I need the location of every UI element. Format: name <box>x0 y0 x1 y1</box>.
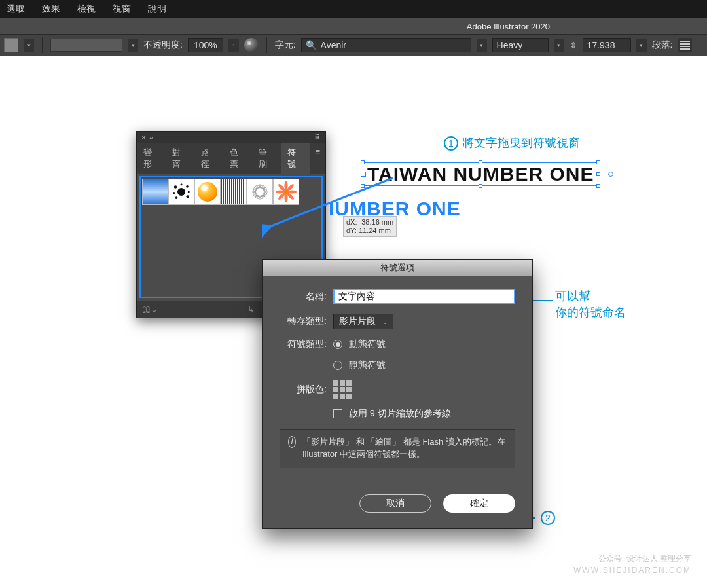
control-bar: ▾ ▾ 不透明度: 100% › 字元: 🔍 Avenir ▾ Heavy ▾ … <box>0 34 707 56</box>
opacity-value[interactable]: 100% <box>188 38 223 52</box>
paragraph-panel-button[interactable] <box>678 38 692 52</box>
app-title-bar: Adobe Illustrator 2020 <box>0 18 707 34</box>
font-size-field[interactable]: 17.938 <box>583 38 631 52</box>
selection-handle[interactable] <box>361 160 365 164</box>
font-family-value: Avenir <box>321 40 346 50</box>
annotation-name-help-l2: 你的符號命名 <box>555 304 626 321</box>
cancel-button[interactable]: 取消 <box>359 494 431 513</box>
grip-icon[interactable]: ⠿ <box>314 133 321 142</box>
selected-text-object[interactable]: TAIWAN NUMBER ONE <box>363 162 598 186</box>
svg-point-17 <box>276 190 285 193</box>
panel-menu-icon[interactable]: ≡ <box>310 143 325 174</box>
stroke-dropdown[interactable]: ▾ <box>128 39 138 52</box>
font-size-stepper-icon[interactable]: ⇕ <box>570 40 577 50</box>
menu-effect[interactable]: 效果 <box>42 3 60 15</box>
symbol-thumb-gradient[interactable] <box>142 179 168 205</box>
svg-point-5 <box>181 183 183 185</box>
font-size-dropdown[interactable]: ▾ <box>636 39 647 52</box>
panel-tabs: 變形 對齊 路徑 色票 筆刷 符號 ≡ <box>137 143 325 174</box>
svg-point-12 <box>253 183 267 200</box>
stroke-swatch[interactable] <box>50 39 122 52</box>
tab-symbols[interactable]: 符號 <box>281 143 310 174</box>
export-type-select[interactable]: 影片片段 ⌄ <box>333 314 393 329</box>
annotation-name-help-l1: 可以幫 <box>555 288 626 304</box>
symbol-thumb-ring[interactable] <box>247 179 273 205</box>
selected-text-value: TAIWAN NUMBER ONE <box>367 163 594 185</box>
annotation-step-1: 1將文字拖曳到符號視窗 <box>444 135 580 151</box>
search-icon: 🔍 <box>306 40 317 50</box>
paragraph-label: 段落: <box>652 39 673 51</box>
drag-dy-value: dY: 11.24 mm <box>346 227 393 235</box>
export-type-value: 影片片段 <box>339 316 376 327</box>
radio-static[interactable] <box>333 361 342 370</box>
svg-point-3 <box>175 196 178 199</box>
selection-handle[interactable] <box>596 172 600 176</box>
export-type-label: 轉存類型: <box>280 316 327 327</box>
tab-brushes[interactable]: 筆刷 <box>252 143 281 174</box>
collapse-icon[interactable]: « <box>149 134 153 141</box>
credit-line-1: 公众号: 设计达人 整理分享 <box>573 553 691 564</box>
svg-point-1 <box>174 185 177 189</box>
step-1-badge: 1 <box>444 136 458 151</box>
dialog-title[interactable]: 符號選項 <box>263 260 532 276</box>
character-label: 字元: <box>275 39 296 51</box>
menu-help[interactable]: 說明 <box>148 3 166 15</box>
slice-checkbox-label[interactable]: 啟用 9 切片縮放的參考線 <box>349 408 451 420</box>
opacity-label: 不透明度: <box>143 39 183 51</box>
slice-checkbox[interactable] <box>333 409 342 418</box>
selection-handle[interactable] <box>361 184 365 188</box>
registration-label: 拼版色: <box>280 384 327 395</box>
place-symbol-icon[interactable]: ↳ <box>247 304 255 314</box>
selection-handle[interactable] <box>479 184 482 188</box>
menu-view[interactable]: 檢視 <box>77 3 96 15</box>
menu-bar: 選取 效果 檢視 視窗 說明 <box>0 0 707 18</box>
symbol-thumb-orb[interactable] <box>194 179 221 205</box>
svg-point-15 <box>284 181 287 191</box>
panel-header[interactable]: ✕ « ⠿ <box>137 132 325 143</box>
selection-handle[interactable] <box>596 184 600 188</box>
graphic-styles-icon[interactable] <box>244 38 259 52</box>
close-icon[interactable]: ✕ <box>141 134 147 142</box>
svg-point-2 <box>186 185 189 188</box>
symbol-type-label: 符號類型: <box>280 339 327 350</box>
fill-dropdown[interactable]: ▾ <box>24 39 34 52</box>
name-input[interactable] <box>333 289 515 304</box>
radio-dynamic[interactable] <box>333 340 342 349</box>
separator <box>266 37 267 53</box>
credit-line-2: WWW.SHEJIDAREN.COM <box>573 565 691 576</box>
menu-window[interactable]: 視窗 <box>113 3 131 15</box>
annotation-step-1-text: 將文字拖曳到符號視窗 <box>462 136 580 149</box>
registration-grid[interactable] <box>333 380 352 399</box>
library-icon[interactable]: 🕮⌄ <box>142 304 158 314</box>
symbol-thumb-ink[interactable] <box>168 179 194 205</box>
symbol-thumb-lines[interactable] <box>221 179 247 205</box>
chevron-down-icon: ⌄ <box>382 318 388 325</box>
selection-handle[interactable] <box>479 160 482 164</box>
app-title: Adobe Illustrator 2020 <box>467 22 550 31</box>
svg-point-7 <box>188 191 190 193</box>
font-weight-dropdown[interactable]: ▾ <box>554 39 564 52</box>
radio-dynamic-label[interactable]: 動態符號 <box>349 339 386 350</box>
font-weight-value: Heavy <box>497 40 523 50</box>
name-label: 名稱: <box>280 291 327 303</box>
tab-swatches[interactable]: 色票 <box>223 143 252 174</box>
opacity-dropdown[interactable]: › <box>228 39 239 52</box>
tab-align[interactable]: 對齊 <box>166 143 194 174</box>
selection-handle[interactable] <box>596 160 600 164</box>
symbol-options-dialog: 符號選項 名稱: 轉存類型: 影片片段 ⌄ 符號類型: 動態符號 靜態符號 拼版… <box>262 259 533 529</box>
info-icon: i <box>288 436 296 448</box>
font-weight-field[interactable]: Heavy <box>492 38 549 52</box>
ok-button[interactable]: 確定 <box>443 494 515 513</box>
radio-static-label[interactable]: 靜態符號 <box>349 359 386 371</box>
annotation-step-2: 2 <box>541 511 559 525</box>
svg-point-13 <box>251 185 268 199</box>
tab-path[interactable]: 路徑 <box>194 143 223 174</box>
tab-transform[interactable]: 變形 <box>137 143 166 174</box>
svg-point-16 <box>284 194 287 203</box>
dialog-info-text: 「影片片段」 和 「繪圖」 都是 Flash 讀入的標記。在 Illustrat… <box>302 436 507 461</box>
menu-select[interactable]: 選取 <box>7 3 25 15</box>
font-family-field[interactable]: 🔍 Avenir <box>301 38 471 52</box>
font-family-dropdown[interactable]: ▾ <box>477 39 487 52</box>
symbol-thumb-flower[interactable] <box>273 179 299 205</box>
fill-swatch[interactable] <box>4 38 18 52</box>
